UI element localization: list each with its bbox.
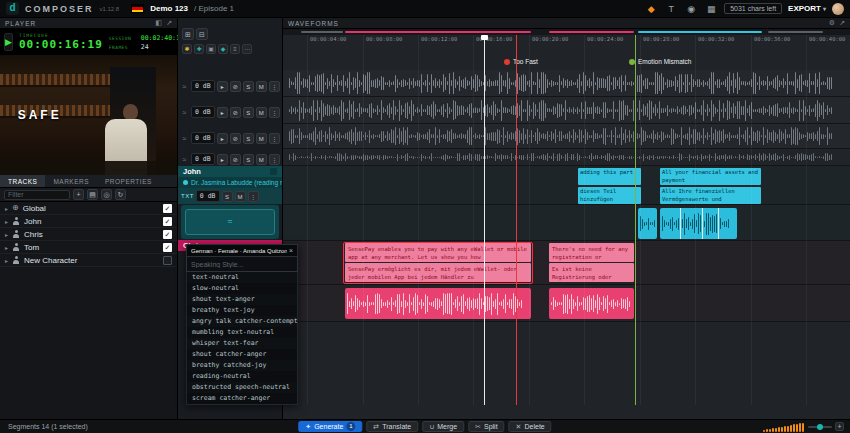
segment-divider[interactable] — [680, 208, 681, 239]
disable-button[interactable]: ⊘ — [230, 133, 241, 144]
text-tool-icon[interactable]: T — [664, 4, 678, 14]
checkbox-checked-icon[interactable]: ✓ — [163, 243, 172, 252]
playhead-handle[interactable] — [481, 35, 488, 40]
zoom-slider-thumb[interactable] — [817, 424, 823, 430]
marker-emotion-mismatch[interactable]: Emotion Mismatch — [629, 58, 691, 65]
caret-right-icon[interactable]: ▸ — [5, 218, 8, 225]
more-button[interactable]: ⋮ — [248, 191, 259, 202]
john-text-lane[interactable] — [283, 166, 850, 205]
solo-button[interactable]: S — [243, 133, 254, 144]
style-option[interactable]: scream catcher-anger — [187, 393, 297, 404]
timeline-overview-strip[interactable] — [283, 29, 850, 35]
style-option[interactable]: breathy text-joy — [187, 305, 297, 316]
monitor-button[interactable]: ▸ — [217, 133, 228, 144]
speaking-style-input[interactable] — [186, 257, 298, 272]
track-row-tom[interactable]: ▸ Tom ✓ — [0, 241, 177, 254]
monitor-button[interactable]: ▸ — [217, 107, 228, 118]
caret-right-icon[interactable]: ▸ — [5, 257, 8, 264]
ruler-tick[interactable]: 00:00:04:00 — [307, 35, 308, 405]
style-option[interactable]: reading-neutral — [187, 371, 297, 382]
more-button[interactable]: ⋮ — [269, 107, 280, 118]
chris-audio-segment[interactable] — [345, 288, 531, 319]
disable-button[interactable]: ⊘ — [230, 154, 241, 165]
play-button[interactable]: ▶ — [4, 33, 13, 51]
monitor-button[interactable]: ▸ — [217, 154, 228, 165]
generate-button[interactable]: ✦ Generate 1 — [298, 421, 362, 432]
style-option[interactable]: mumbling text-neutral — [187, 327, 297, 338]
avatar[interactable] — [832, 3, 844, 15]
john-voice-description[interactable]: Dr. Jasmina Labudde (reading re... — [178, 177, 282, 188]
checkbox-checked-icon[interactable]: ✓ — [163, 204, 172, 213]
john-track-header[interactable]: John — [178, 166, 282, 177]
episode-name[interactable]: / Episode 1 — [194, 4, 234, 13]
collapse-tracks-button[interactable]: ⊞ — [182, 28, 194, 40]
ruler-tick[interactable]: 00:00:20:00 — [529, 35, 530, 405]
john-audio-segment[interactable] — [660, 208, 737, 239]
expand-tracks-button[interactable]: ⊟ — [196, 28, 208, 40]
mute-button[interactable]: M — [256, 154, 267, 165]
voice-summary[interactable]: German · Female · Amanda Quitzon — [191, 248, 287, 254]
expand-icon[interactable]: ↗ — [166, 19, 172, 27]
tab-tracks[interactable]: TRACKS — [0, 175, 45, 187]
ruler-tick[interactable]: 00:00:12:00 — [418, 35, 419, 405]
ruler-tick[interactable]: 00:00:16:00 — [473, 35, 474, 405]
app-logo[interactable]: d — [6, 2, 19, 15]
gain-value[interactable]: 0 dB — [191, 106, 215, 118]
grid-icon[interactable]: ▦ — [704, 4, 718, 14]
chris-segment-translation-text[interactable]: Es ist keine Registrierung oder — [549, 263, 634, 282]
disable-button[interactable]: ⊘ — [230, 81, 241, 92]
gain-value[interactable]: 0 dB — [196, 190, 220, 202]
track-row-john[interactable]: ▸ John ✓ — [0, 215, 177, 228]
more-button[interactable]: ⋮ — [269, 154, 280, 165]
add-track-button[interactable]: + — [73, 189, 84, 200]
video-preview[interactable]: SAFE — [0, 55, 177, 175]
ruler-tick[interactable]: 00:00:32:00 — [695, 35, 696, 405]
refresh-icon[interactable]: ↻ — [115, 189, 126, 200]
target-icon[interactable]: ◎ — [101, 189, 112, 200]
style-option[interactable]: text-neutral — [187, 272, 297, 283]
more-button[interactable]: ⋮ — [269, 81, 280, 92]
zoom-slider[interactable] — [808, 426, 832, 428]
checkbox-checked-icon[interactable]: ✓ — [163, 230, 172, 239]
audio-lane-1[interactable] — [283, 70, 850, 97]
delete-button[interactable]: ✕ Delete — [509, 421, 552, 432]
select-tool-icon[interactable]: ▣ — [206, 44, 216, 54]
caret-right-icon[interactable]: ▸ — [5, 244, 8, 251]
ruler-tick[interactable]: 00:00:24:00 — [584, 35, 585, 405]
ruler-tick[interactable]: 00:00:36:00 — [751, 35, 752, 405]
disable-button[interactable]: ⊘ — [230, 107, 241, 118]
audio-lane-4[interactable] — [283, 149, 850, 166]
ruler-tick[interactable]: 00:00:28:00 — [640, 35, 641, 405]
export-button[interactable]: EXPORT ▾ — [788, 4, 826, 13]
style-option[interactable]: shout catcher-anger — [187, 349, 297, 360]
eye-icon[interactable]: ◉ — [684, 4, 698, 14]
brand-flame-icon[interactable]: ◆ — [644, 4, 658, 14]
playhead[interactable] — [484, 35, 485, 405]
john-segment-translation-text[interactable]: Alle Ihre finanziellen Vermögenswerte un… — [660, 187, 761, 204]
split-button[interactable]: ✂ Split — [468, 421, 505, 432]
gear-icon[interactable]: ⚙ — [829, 19, 835, 27]
mute-button[interactable]: M — [256, 81, 267, 92]
gain-value[interactable]: 0 dB — [191, 80, 215, 92]
close-icon[interactable]: × — [289, 247, 293, 254]
project-name[interactable]: Demo 123 — [150, 4, 188, 13]
folder-tool-icon[interactable]: ✱ — [182, 44, 192, 54]
segment-divider[interactable] — [718, 208, 719, 239]
filter-input[interactable] — [4, 190, 70, 200]
john-segment-source-text[interactable]: adding this part — [578, 168, 641, 185]
john-audio-panel[interactable]: ≈ — [181, 205, 279, 239]
solo-button[interactable]: S — [243, 154, 254, 165]
translate-button[interactable]: ⇄ Translate — [366, 421, 418, 432]
track-row-new-character[interactable]: ▸ New Character — [0, 254, 177, 267]
menu-tool-icon[interactable]: ≡ — [230, 44, 240, 54]
solo-button[interactable]: S — [243, 107, 254, 118]
caret-right-icon[interactable]: ▸ — [5, 205, 8, 212]
more-tool-icon[interactable]: ⋯ — [242, 44, 252, 54]
split-view-icon[interactable]: ◧ — [156, 19, 163, 27]
more-button[interactable]: ⋮ — [269, 133, 280, 144]
john-segment-translation-text[interactable]: diesen Teil hinzufügen — [578, 187, 641, 204]
solo-button[interactable]: S — [222, 191, 233, 202]
style-option[interactable]: whisper text-fear — [187, 338, 297, 349]
track-row-chris[interactable]: ▸ Chris ✓ — [0, 228, 177, 241]
ruler-tick[interactable]: 00:00:08:00 — [363, 35, 364, 405]
